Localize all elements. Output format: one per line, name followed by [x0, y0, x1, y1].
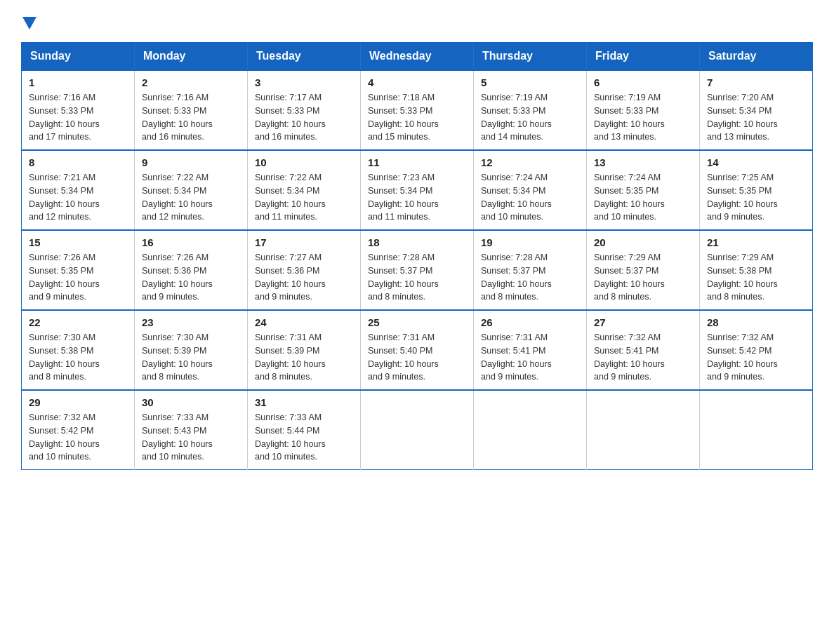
day-number: 16 — [142, 236, 240, 248]
calendar-cell: 20 Sunrise: 7:29 AMSunset: 5:37 PMDaylig… — [587, 230, 700, 310]
calendar-cell: 16 Sunrise: 7:26 AMSunset: 5:36 PMDaylig… — [135, 230, 248, 310]
day-info: Sunrise: 7:22 AMSunset: 5:34 PMDaylight:… — [142, 173, 213, 222]
day-info: Sunrise: 7:23 AMSunset: 5:34 PMDaylight:… — [368, 173, 439, 222]
day-info: Sunrise: 7:32 AMSunset: 5:42 PMDaylight:… — [707, 333, 778, 382]
day-number: 21 — [707, 236, 805, 248]
day-info: Sunrise: 7:30 AMSunset: 5:38 PMDaylight:… — [29, 333, 100, 382]
day-number: 14 — [707, 156, 805, 168]
day-info: Sunrise: 7:17 AMSunset: 5:33 PMDaylight:… — [255, 93, 326, 142]
calendar-cell: 28 Sunrise: 7:32 AMSunset: 5:42 PMDaylig… — [700, 310, 813, 390]
day-info: Sunrise: 7:20 AMSunset: 5:34 PMDaylight:… — [707, 93, 778, 142]
calendar-cell: 19 Sunrise: 7:28 AMSunset: 5:37 PMDaylig… — [474, 230, 587, 310]
weekday-header: Tuesday — [248, 43, 361, 71]
day-info: Sunrise: 7:16 AMSunset: 5:33 PMDaylight:… — [29, 93, 100, 142]
calendar-cell — [700, 390, 813, 470]
day-info: Sunrise: 7:26 AMSunset: 5:35 PMDaylight:… — [29, 253, 100, 302]
calendar-cell: 21 Sunrise: 7:29 AMSunset: 5:38 PMDaylig… — [700, 230, 813, 310]
day-info: Sunrise: 7:19 AMSunset: 5:33 PMDaylight:… — [594, 93, 665, 142]
calendar-cell: 11 Sunrise: 7:23 AMSunset: 5:34 PMDaylig… — [361, 150, 474, 230]
calendar-cell: 2 Sunrise: 7:16 AMSunset: 5:33 PMDayligh… — [135, 70, 248, 150]
calendar-cell: 23 Sunrise: 7:30 AMSunset: 5:39 PMDaylig… — [135, 310, 248, 390]
logo — [21, 14, 37, 29]
calendar-table: SundayMondayTuesdayWednesdayThursdayFrid… — [21, 42, 813, 470]
calendar-cell: 7 Sunrise: 7:20 AMSunset: 5:34 PMDayligh… — [700, 70, 813, 150]
calendar-cell: 14 Sunrise: 7:25 AMSunset: 5:35 PMDaylig… — [700, 150, 813, 230]
calendar-cell: 12 Sunrise: 7:24 AMSunset: 5:34 PMDaylig… — [474, 150, 587, 230]
weekday-header: Wednesday — [361, 43, 474, 71]
calendar-cell: 5 Sunrise: 7:19 AMSunset: 5:33 PMDayligh… — [474, 70, 587, 150]
calendar-cell — [587, 390, 700, 470]
day-number: 8 — [29, 156, 127, 168]
day-info: Sunrise: 7:28 AMSunset: 5:37 PMDaylight:… — [481, 253, 552, 302]
day-info: Sunrise: 7:19 AMSunset: 5:33 PMDaylight:… — [481, 93, 552, 142]
calendar-cell — [361, 390, 474, 470]
day-info: Sunrise: 7:18 AMSunset: 5:33 PMDaylight:… — [368, 93, 439, 142]
day-number: 22 — [29, 316, 127, 328]
day-info: Sunrise: 7:24 AMSunset: 5:34 PMDaylight:… — [481, 173, 552, 222]
day-number: 25 — [368, 316, 466, 328]
weekday-header: Monday — [135, 43, 248, 71]
calendar-cell: 25 Sunrise: 7:31 AMSunset: 5:40 PMDaylig… — [361, 310, 474, 390]
logo-triangle-icon — [22, 17, 37, 29]
calendar-cell: 8 Sunrise: 7:21 AMSunset: 5:34 PMDayligh… — [22, 150, 135, 230]
weekday-header: Friday — [587, 43, 700, 71]
day-number: 24 — [255, 316, 353, 328]
calendar-cell: 22 Sunrise: 7:30 AMSunset: 5:38 PMDaylig… — [22, 310, 135, 390]
calendar-week-row: 8 Sunrise: 7:21 AMSunset: 5:34 PMDayligh… — [22, 150, 813, 230]
day-number: 1 — [29, 76, 127, 88]
day-info: Sunrise: 7:31 AMSunset: 5:39 PMDaylight:… — [255, 333, 326, 382]
calendar-cell: 26 Sunrise: 7:31 AMSunset: 5:41 PMDaylig… — [474, 310, 587, 390]
page-header — [21, 14, 813, 29]
day-number: 10 — [255, 156, 353, 168]
weekday-header: Saturday — [700, 43, 813, 71]
day-info: Sunrise: 7:25 AMSunset: 5:35 PMDaylight:… — [707, 173, 778, 222]
calendar-cell: 17 Sunrise: 7:27 AMSunset: 5:36 PMDaylig… — [248, 230, 361, 310]
day-info: Sunrise: 7:29 AMSunset: 5:38 PMDaylight:… — [707, 253, 778, 302]
day-number: 28 — [707, 316, 805, 328]
day-info: Sunrise: 7:31 AMSunset: 5:40 PMDaylight:… — [368, 333, 439, 382]
day-number: 27 — [594, 316, 692, 328]
calendar-cell: 6 Sunrise: 7:19 AMSunset: 5:33 PMDayligh… — [587, 70, 700, 150]
day-number: 31 — [255, 396, 353, 408]
day-number: 23 — [142, 316, 240, 328]
calendar-cell: 13 Sunrise: 7:24 AMSunset: 5:35 PMDaylig… — [587, 150, 700, 230]
day-info: Sunrise: 7:26 AMSunset: 5:36 PMDaylight:… — [142, 253, 213, 302]
calendar-cell: 27 Sunrise: 7:32 AMSunset: 5:41 PMDaylig… — [587, 310, 700, 390]
day-number: 4 — [368, 76, 466, 88]
calendar-cell: 15 Sunrise: 7:26 AMSunset: 5:35 PMDaylig… — [22, 230, 135, 310]
day-number: 17 — [255, 236, 353, 248]
calendar-cell: 1 Sunrise: 7:16 AMSunset: 5:33 PMDayligh… — [22, 70, 135, 150]
day-number: 26 — [481, 316, 579, 328]
day-info: Sunrise: 7:27 AMSunset: 5:36 PMDaylight:… — [255, 253, 326, 302]
day-info: Sunrise: 7:33 AMSunset: 5:44 PMDaylight:… — [255, 412, 326, 462]
calendar-cell: 31 Sunrise: 7:33 AMSunset: 5:44 PMDaylig… — [248, 390, 361, 470]
day-number: 30 — [142, 396, 240, 408]
day-number: 13 — [594, 156, 692, 168]
calendar-cell — [474, 390, 587, 470]
day-number: 2 — [142, 76, 240, 88]
weekday-header: Sunday — [22, 43, 135, 71]
calendar-week-row: 1 Sunrise: 7:16 AMSunset: 5:33 PMDayligh… — [22, 70, 813, 150]
calendar-cell: 30 Sunrise: 7:33 AMSunset: 5:43 PMDaylig… — [135, 390, 248, 470]
day-info: Sunrise: 7:29 AMSunset: 5:37 PMDaylight:… — [594, 253, 665, 302]
calendar-cell: 24 Sunrise: 7:31 AMSunset: 5:39 PMDaylig… — [248, 310, 361, 390]
day-info: Sunrise: 7:32 AMSunset: 5:42 PMDaylight:… — [29, 412, 100, 462]
calendar-cell: 18 Sunrise: 7:28 AMSunset: 5:37 PMDaylig… — [361, 230, 474, 310]
day-info: Sunrise: 7:16 AMSunset: 5:33 PMDaylight:… — [142, 93, 213, 142]
day-number: 5 — [481, 76, 579, 88]
day-info: Sunrise: 7:30 AMSunset: 5:39 PMDaylight:… — [142, 333, 213, 382]
day-number: 20 — [594, 236, 692, 248]
day-number: 3 — [255, 76, 353, 88]
day-number: 12 — [481, 156, 579, 168]
day-number: 7 — [707, 76, 805, 88]
day-info: Sunrise: 7:22 AMSunset: 5:34 PMDaylight:… — [255, 173, 326, 222]
day-info: Sunrise: 7:24 AMSunset: 5:35 PMDaylight:… — [594, 173, 665, 222]
day-info: Sunrise: 7:33 AMSunset: 5:43 PMDaylight:… — [142, 412, 213, 462]
calendar-week-row: 15 Sunrise: 7:26 AMSunset: 5:35 PMDaylig… — [22, 230, 813, 310]
day-info: Sunrise: 7:21 AMSunset: 5:34 PMDaylight:… — [29, 173, 100, 222]
day-number: 18 — [368, 236, 466, 248]
calendar-week-row: 22 Sunrise: 7:30 AMSunset: 5:38 PMDaylig… — [22, 310, 813, 390]
calendar-header-row: SundayMondayTuesdayWednesdayThursdayFrid… — [22, 43, 813, 71]
day-info: Sunrise: 7:28 AMSunset: 5:37 PMDaylight:… — [368, 253, 439, 302]
calendar-cell: 3 Sunrise: 7:17 AMSunset: 5:33 PMDayligh… — [248, 70, 361, 150]
